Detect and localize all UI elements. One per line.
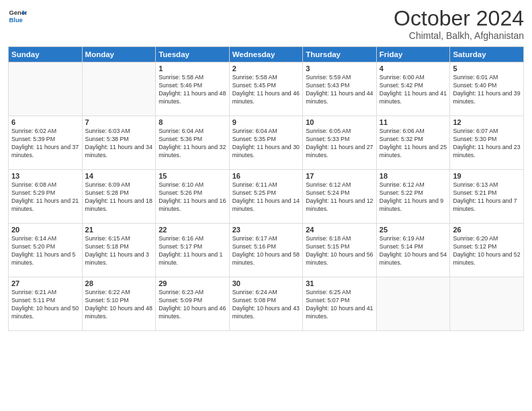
calendar-week-row: 13Sunrise: 6:08 AM Sunset: 5:29 PM Dayli…	[9, 170, 524, 224]
weekday-header: Monday	[82, 47, 156, 62]
calendar-cell: 4Sunrise: 6:00 AM Sunset: 5:42 PM Daylig…	[376, 62, 450, 116]
cell-info: Sunrise: 6:23 AM Sunset: 5:09 PM Dayligh…	[159, 289, 226, 321]
calendar-cell	[82, 62, 156, 116]
calendar-cell: 28Sunrise: 6:22 AM Sunset: 5:10 PM Dayli…	[82, 277, 156, 331]
cell-info: Sunrise: 6:00 AM Sunset: 5:42 PM Dayligh…	[380, 74, 447, 106]
cell-info: Sunrise: 6:11 AM Sunset: 5:25 PM Dayligh…	[232, 181, 300, 214]
cell-info: Sunrise: 6:13 AM Sunset: 5:21 PM Dayligh…	[453, 181, 521, 214]
calendar-body: 1Sunrise: 5:58 AM Sunset: 5:46 PM Daylig…	[9, 62, 524, 331]
calendar-cell: 26Sunrise: 6:20 AM Sunset: 5:12 PM Dayli…	[450, 224, 524, 277]
logo-icon: General Blue	[8, 7, 27, 26]
cell-info: Sunrise: 6:12 AM Sunset: 5:22 PM Dayligh…	[380, 181, 447, 214]
page-container: General Blue October 2024 Chimtal, Balkh…	[0, 0, 532, 336]
calendar-cell: 27Sunrise: 6:21 AM Sunset: 5:11 PM Dayli…	[9, 277, 83, 331]
weekday-header: Friday	[376, 47, 450, 62]
calendar-cell: 31Sunrise: 6:25 AM Sunset: 5:07 PM Dayli…	[303, 277, 377, 331]
month-title: October 2024	[394, 7, 524, 30]
day-number: 22	[159, 226, 226, 234]
cell-info: Sunrise: 6:19 AM Sunset: 5:14 PM Dayligh…	[380, 235, 447, 267]
cell-info: Sunrise: 6:14 AM Sunset: 5:20 PM Dayligh…	[11, 235, 79, 267]
calendar-cell: 24Sunrise: 6:18 AM Sunset: 5:15 PM Dayli…	[303, 224, 377, 277]
calendar-header-row: SundayMondayTuesdayWednesdayThursdayFrid…	[9, 47, 524, 62]
calendar-cell	[450, 277, 524, 331]
day-number: 26	[453, 226, 521, 234]
day-number: 4	[380, 64, 447, 73]
calendar-cell: 19Sunrise: 6:13 AM Sunset: 5:21 PM Dayli…	[450, 170, 524, 224]
calendar-cell: 11Sunrise: 6:06 AM Sunset: 5:32 PM Dayli…	[376, 116, 450, 170]
calendar-cell: 16Sunrise: 6:11 AM Sunset: 5:25 PM Dayli…	[229, 170, 303, 224]
calendar-cell: 30Sunrise: 6:24 AM Sunset: 5:08 PM Dayli…	[229, 277, 303, 331]
calendar-cell	[9, 62, 83, 116]
calendar-cell: 5Sunrise: 6:01 AM Sunset: 5:40 PM Daylig…	[450, 62, 524, 116]
calendar-cell: 22Sunrise: 6:16 AM Sunset: 5:17 PM Dayli…	[156, 224, 230, 277]
cell-info: Sunrise: 6:06 AM Sunset: 5:32 PM Dayligh…	[380, 128, 447, 160]
day-number: 27	[11, 279, 79, 287]
day-number: 30	[232, 279, 300, 287]
cell-info: Sunrise: 6:25 AM Sunset: 5:07 PM Dayligh…	[306, 289, 373, 321]
day-number: 23	[232, 226, 300, 234]
weekday-header: Saturday	[450, 47, 524, 62]
weekday-header: Thursday	[303, 47, 377, 62]
calendar-week-row: 20Sunrise: 6:14 AM Sunset: 5:20 PM Dayli…	[9, 224, 524, 277]
calendar-cell: 20Sunrise: 6:14 AM Sunset: 5:20 PM Dayli…	[9, 224, 83, 277]
calendar-cell: 17Sunrise: 6:12 AM Sunset: 5:24 PM Dayli…	[303, 170, 377, 224]
day-number: 13	[11, 172, 79, 180]
day-number: 9	[232, 118, 300, 126]
calendar-table: SundayMondayTuesdayWednesdayThursdayFrid…	[8, 46, 524, 331]
cell-info: Sunrise: 6:09 AM Sunset: 5:28 PM Dayligh…	[85, 181, 153, 214]
cell-info: Sunrise: 5:58 AM Sunset: 5:45 PM Dayligh…	[232, 74, 300, 106]
day-number: 21	[85, 226, 153, 234]
cell-info: Sunrise: 6:21 AM Sunset: 5:11 PM Dayligh…	[11, 289, 79, 321]
day-number: 31	[306, 279, 373, 287]
title-block: October 2024 Chimtal, Balkh, Afghanistan	[394, 7, 524, 41]
calendar-cell: 10Sunrise: 6:05 AM Sunset: 5:33 PM Dayli…	[303, 116, 377, 170]
day-number: 19	[453, 172, 521, 180]
day-number: 10	[306, 118, 373, 126]
cell-info: Sunrise: 6:04 AM Sunset: 5:35 PM Dayligh…	[232, 128, 300, 160]
cell-info: Sunrise: 6:12 AM Sunset: 5:24 PM Dayligh…	[306, 181, 373, 214]
calendar-cell: 8Sunrise: 6:04 AM Sunset: 5:36 PM Daylig…	[156, 116, 230, 170]
day-number: 18	[380, 172, 447, 180]
cell-info: Sunrise: 6:15 AM Sunset: 5:18 PM Dayligh…	[85, 235, 153, 267]
cell-info: Sunrise: 6:08 AM Sunset: 5:29 PM Dayligh…	[11, 181, 79, 214]
cell-info: Sunrise: 6:02 AM Sunset: 5:39 PM Dayligh…	[11, 128, 79, 160]
calendar-cell: 7Sunrise: 6:03 AM Sunset: 5:38 PM Daylig…	[82, 116, 156, 170]
calendar-cell: 9Sunrise: 6:04 AM Sunset: 5:35 PM Daylig…	[229, 116, 303, 170]
calendar-cell: 21Sunrise: 6:15 AM Sunset: 5:18 PM Dayli…	[82, 224, 156, 277]
calendar-cell: 15Sunrise: 6:10 AM Sunset: 5:26 PM Dayli…	[156, 170, 230, 224]
day-number: 17	[306, 172, 373, 180]
day-number: 20	[11, 226, 79, 234]
cell-info: Sunrise: 6:18 AM Sunset: 5:15 PM Dayligh…	[306, 235, 373, 267]
weekday-header: Wednesday	[229, 47, 303, 62]
day-number: 7	[85, 118, 153, 126]
cell-info: Sunrise: 6:17 AM Sunset: 5:16 PM Dayligh…	[232, 235, 300, 267]
cell-info: Sunrise: 6:01 AM Sunset: 5:40 PM Dayligh…	[453, 74, 521, 106]
cell-info: Sunrise: 6:07 AM Sunset: 5:30 PM Dayligh…	[453, 128, 521, 160]
svg-text:Blue: Blue	[9, 17, 23, 24]
day-number: 16	[232, 172, 300, 180]
subtitle: Chimtal, Balkh, Afghanistan	[394, 30, 524, 41]
calendar-cell: 25Sunrise: 6:19 AM Sunset: 5:14 PM Dayli…	[376, 224, 450, 277]
day-number: 8	[159, 118, 226, 126]
day-number: 11	[380, 118, 447, 126]
calendar-cell: 13Sunrise: 6:08 AM Sunset: 5:29 PM Dayli…	[9, 170, 83, 224]
day-number: 29	[159, 279, 226, 287]
day-number: 5	[453, 64, 521, 73]
day-number: 14	[85, 172, 153, 180]
calendar-cell: 3Sunrise: 5:59 AM Sunset: 5:43 PM Daylig…	[303, 62, 377, 116]
day-number: 24	[306, 226, 373, 234]
cell-info: Sunrise: 6:20 AM Sunset: 5:12 PM Dayligh…	[453, 235, 521, 267]
logo: General Blue	[8, 7, 27, 26]
day-number: 28	[85, 279, 153, 287]
cell-info: Sunrise: 6:22 AM Sunset: 5:10 PM Dayligh…	[85, 289, 153, 321]
calendar-cell: 18Sunrise: 6:12 AM Sunset: 5:22 PM Dayli…	[376, 170, 450, 224]
calendar-cell: 14Sunrise: 6:09 AM Sunset: 5:28 PM Dayli…	[82, 170, 156, 224]
calendar-cell: 6Sunrise: 6:02 AM Sunset: 5:39 PM Daylig…	[9, 116, 83, 170]
day-number: 3	[306, 64, 373, 73]
calendar-week-row: 6Sunrise: 6:02 AM Sunset: 5:39 PM Daylig…	[9, 116, 524, 170]
cell-info: Sunrise: 6:16 AM Sunset: 5:17 PM Dayligh…	[159, 235, 226, 267]
cell-info: Sunrise: 5:59 AM Sunset: 5:43 PM Dayligh…	[306, 74, 373, 106]
calendar-cell: 2Sunrise: 5:58 AM Sunset: 5:45 PM Daylig…	[229, 62, 303, 116]
cell-info: Sunrise: 5:58 AM Sunset: 5:46 PM Dayligh…	[159, 74, 226, 106]
cell-info: Sunrise: 6:10 AM Sunset: 5:26 PM Dayligh…	[159, 181, 226, 214]
